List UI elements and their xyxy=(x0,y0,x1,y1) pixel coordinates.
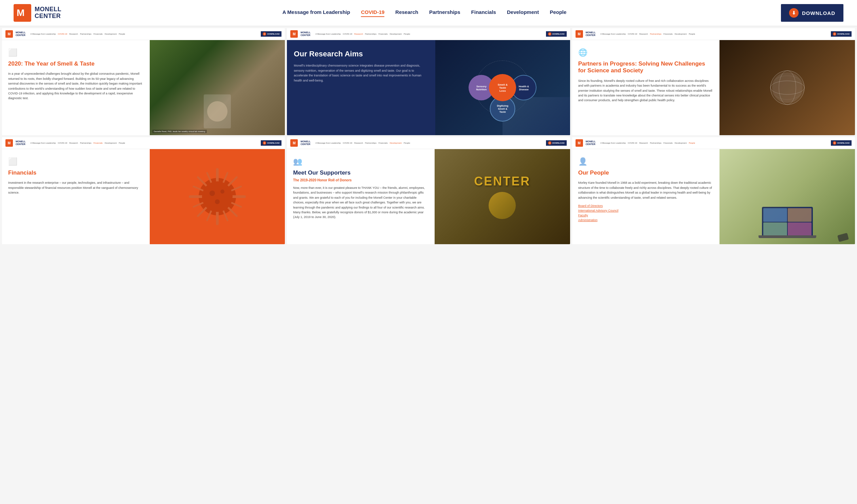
nav-development[interactable]: Development xyxy=(507,9,539,17)
svg-point-25 xyxy=(209,190,215,196)
mini-download-2[interactable]: ⬇ DOWNLOAD xyxy=(546,31,567,37)
mini-nav-2-people[interactable]: People xyxy=(404,33,410,35)
card-5-image: CENTER xyxy=(435,149,570,244)
card-people: M MONELLCENTER A Message from Leadership… xyxy=(572,137,855,244)
logo-icon: M xyxy=(14,4,31,22)
card-1-caption: Danielle Reed, PhD, leads her weekly vir… xyxy=(152,130,207,133)
nav-partnerships[interactable]: Partnerships xyxy=(429,9,460,17)
mini-download-icon-3: ⬇ xyxy=(833,32,836,36)
link-advisory-council[interactable]: International Advisory Council xyxy=(578,209,714,212)
mini-nav-2-message[interactable]: A Message from Leadership xyxy=(316,33,341,35)
nav-message[interactable]: A Message from Leadership xyxy=(283,9,350,17)
mini-logo-text-5: MONELLCENTER xyxy=(301,140,311,145)
mini-download-button[interactable]: ⬇ DOWNLOAD xyxy=(261,31,282,37)
globe-visual xyxy=(720,40,855,135)
mini-nav-2-financials[interactable]: Financials xyxy=(379,33,388,35)
mini-nav-4-development[interactable]: Development xyxy=(105,142,116,144)
mini-nav-5-people[interactable]: People xyxy=(404,142,410,144)
card-5-title: Meet Our Supporters xyxy=(293,169,428,176)
card-mini-header: M MONELLCENTER A Message from Leadership… xyxy=(2,28,285,40)
card-mini-header-4: M MONELLCENTER A Message from Leadership… xyxy=(2,137,285,149)
link-faculty[interactable]: Faculty xyxy=(578,214,714,217)
link-board-directors[interactable]: Board of Directors xyxy=(578,204,714,207)
mini-nav-6-development[interactable]: Development xyxy=(675,142,687,144)
card-1-content: ⬜ 2020: The Year of Smell & Taste In a y… xyxy=(2,40,150,135)
mini-nav-2-development[interactable]: Development xyxy=(390,33,402,35)
mini-logo-icon-3: M xyxy=(575,30,583,38)
mini-nav-3-development[interactable]: Development xyxy=(675,33,687,35)
mini-nav-4-people[interactable]: People xyxy=(119,142,125,144)
mini-nav-2: A Message from Leadership COVID-19 Resea… xyxy=(316,33,543,35)
nav-research[interactable]: Research xyxy=(395,9,418,17)
mini-nav-3-people[interactable]: People xyxy=(689,33,695,35)
mini-nav-5-covid[interactable]: COVID-19 xyxy=(343,142,352,144)
card-2-content: Our Research Aims Monell's interdiscipli… xyxy=(287,40,435,135)
mini-nav-4-partnerships[interactable]: Partnerships xyxy=(80,142,92,144)
mini-logo-icon-4: M xyxy=(5,139,13,147)
mini-nav-financials[interactable]: Financials xyxy=(94,33,103,35)
card-1-title: 2020: The Year of Smell & Taste xyxy=(8,61,144,67)
mini-nav-6-message[interactable]: A Message from Leadership xyxy=(600,142,626,144)
mini-logo-icon-5: M xyxy=(290,139,298,147)
mini-nav-research[interactable]: Research xyxy=(69,33,78,35)
mini-nav-6-financials[interactable]: Financials xyxy=(663,142,673,144)
mini-nav-covid[interactable]: COVID-19 xyxy=(58,33,67,35)
mini-nav-5-message[interactable]: A Message from Leadership xyxy=(316,142,341,144)
card-3-icon: 🌐 xyxy=(578,48,714,57)
mini-nav-2-partnerships[interactable]: Partnerships xyxy=(365,33,376,35)
mini-nav-4-research[interactable]: Research xyxy=(69,142,78,144)
mini-download-4[interactable]: ⬇ DOWNLOAD xyxy=(261,140,282,146)
download-icon: ⬇ xyxy=(789,8,799,18)
mini-logo-text: MONELLCENTER xyxy=(16,31,26,36)
mini-nav-4-message[interactable]: A Message from Leadership xyxy=(31,142,56,144)
mini-nav-3-message[interactable]: A Message from Leadership xyxy=(600,33,626,35)
mini-download-icon-5: ⬇ xyxy=(548,141,551,145)
card-5-content: 👥 Meet Our Supporters The 2019-2020 Hono… xyxy=(287,149,435,244)
card-2-title: Our Research Aims xyxy=(294,50,428,58)
mini-nav-2-research[interactable]: Research xyxy=(354,33,363,35)
mini-nav-3-covid[interactable]: COVID-19 xyxy=(628,33,637,35)
card-4-text: Investment in the research enterprise – … xyxy=(8,180,144,195)
mini-nav-5-partnerships[interactable]: Partnerships xyxy=(365,142,376,144)
card-6-content: 👤 Our People Morley Kare founded Monell … xyxy=(572,149,720,244)
logo[interactable]: M MONELL CENTER xyxy=(14,4,68,22)
card-financials: M MONELLCENTER A Message from Leadership… xyxy=(2,137,285,244)
mini-nav-development[interactable]: Development xyxy=(105,33,116,35)
mini-nav-5-financials[interactable]: Financials xyxy=(379,142,388,144)
mini-nav-2-covid[interactable]: COVID-19 xyxy=(343,33,352,35)
mini-nav-3-financials[interactable]: Financials xyxy=(663,33,673,35)
nav-covid[interactable]: COVID-19 xyxy=(361,9,384,17)
mini-nav-6-partnerships[interactable]: Partnerships xyxy=(650,142,661,144)
mini-nav-partnerships[interactable]: Partnerships xyxy=(80,33,92,35)
mini-download-icon-2: ⬇ xyxy=(548,32,551,36)
card-5-icon: 👥 xyxy=(293,157,428,166)
card-6-icon: 👤 xyxy=(578,157,714,166)
nav-people[interactable]: People xyxy=(550,9,566,17)
mini-nav-4-financials[interactable]: Financials xyxy=(94,142,103,144)
mini-download-5[interactable]: ⬇ DOWNLOAD xyxy=(546,140,567,146)
mini-nav-message[interactable]: A Message from Leadership xyxy=(31,33,56,35)
download-button[interactable]: ⬇ DOWNLOAD xyxy=(781,4,843,22)
mini-nav-5-development[interactable]: Development xyxy=(390,142,402,144)
mini-download-icon: ⬇ xyxy=(263,32,266,36)
card-6-text: Morley Kare founded Monell in 1968 as a … xyxy=(578,180,714,200)
mini-nav-5-research[interactable]: Research xyxy=(354,142,363,144)
link-administration[interactable]: Administration xyxy=(578,218,714,222)
mini-nav-people[interactable]: People xyxy=(119,33,125,35)
card-5-text: Now, more than ever, it is our greatest … xyxy=(293,185,428,220)
mini-nav-3-partnerships[interactable]: Partnerships xyxy=(650,33,661,35)
mini-download-3[interactable]: ⬇ DOWNLOAD xyxy=(831,31,852,37)
mini-nav-4-covid[interactable]: COVID-19 xyxy=(58,142,67,144)
mini-nav-3-research[interactable]: Research xyxy=(639,33,648,35)
mini-nav-6-research[interactable]: Research xyxy=(639,142,648,144)
mini-download-6[interactable]: ⬇ DOWNLOAD xyxy=(831,140,852,146)
mini-nav-6-people[interactable]: People xyxy=(689,142,695,144)
mini-nav-6-covid[interactable]: COVID-19 xyxy=(628,142,637,144)
mini-logo-icon: M xyxy=(5,30,13,38)
mini-logo-text-4: MONELLCENTER xyxy=(16,140,26,145)
nav-financials[interactable]: Financials xyxy=(471,9,496,17)
svg-point-27 xyxy=(215,199,220,204)
card-2-body: Our Research Aims Monell's interdiscipli… xyxy=(287,40,570,135)
page-grid: M MONELLCENTER A Message from Leadership… xyxy=(0,26,857,246)
card-1-body: ⬜ 2020: The Year of Smell & Taste In a y… xyxy=(2,40,285,135)
